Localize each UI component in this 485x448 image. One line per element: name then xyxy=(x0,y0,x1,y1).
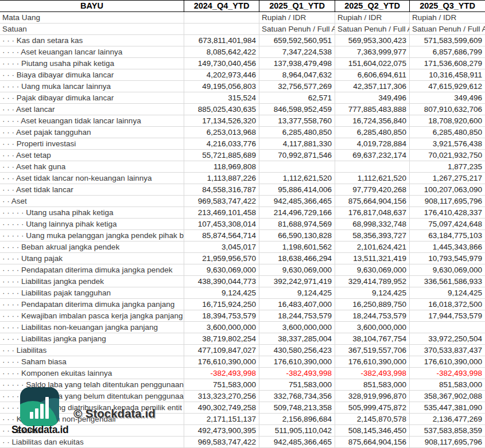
value-cell[interactable]: 969,583,747,422 xyxy=(184,196,259,207)
value-cell[interactable]: 6,285,480,850 xyxy=(409,127,485,138)
row-label-cell[interactable]: · · · · Pendapatan diterima dimuka jangk… xyxy=(0,264,184,275)
value-cell[interactable]: 4,216,033,776 xyxy=(184,138,259,149)
value-cell[interactable]: 846,598,952,459 xyxy=(259,104,335,115)
value-cell[interactable]: 38,719,802,254 xyxy=(184,333,259,344)
value-cell[interactable]: 6,857,686,799 xyxy=(409,46,485,57)
meta-value-cell[interactable]: Satuan Penuh / Full A xyxy=(259,24,335,34)
value-cell[interactable]: 3,600,000,000 xyxy=(335,322,409,333)
row-label-cell[interactable]: · · Liabilitas dan ekuitas xyxy=(0,437,184,447)
value-cell[interactable]: 1,877,235 xyxy=(409,161,485,172)
row-label-cell[interactable]: · · · Pajak dibayar dimuka lancar xyxy=(0,92,184,103)
value-cell[interactable]: 908,117,695,796 xyxy=(409,437,485,447)
meta-value-cell[interactable]: Rupiah / IDR xyxy=(259,12,335,23)
value-cell[interactable]: 1,112,621,520 xyxy=(335,173,409,184)
value-cell[interactable]: 438,390,044,773 xyxy=(184,276,259,287)
row-label-cell[interactable]: · · · · Liabilitas jangka pendek xyxy=(0,276,184,287)
value-cell[interactable]: 66,590,130,828 xyxy=(259,230,335,241)
value-cell[interactable]: 942,485,366,465 xyxy=(259,437,335,447)
value-cell[interactable]: 1,445,343,866 xyxy=(409,241,485,252)
value-cell[interactable]: 9,124,425 xyxy=(259,287,335,298)
value-cell[interactable]: -382,493,998 xyxy=(335,368,409,379)
value-cell[interactable]: 213,469,101,458 xyxy=(184,207,259,218)
value-cell[interactable]: 9,630,069,000 xyxy=(409,264,485,275)
value-cell[interactable]: 777,885,483,888 xyxy=(335,104,409,115)
value-cell[interactable] xyxy=(335,161,409,172)
value-cell[interactable]: 751,583,000 xyxy=(184,379,259,390)
value-cell[interactable] xyxy=(259,161,335,172)
value-cell[interactable]: 18,244,753,579 xyxy=(259,310,335,321)
meta-value-cell[interactable]: Rupiah / IDR xyxy=(409,12,485,23)
value-cell[interactable]: 571,583,599,609 xyxy=(409,35,485,46)
value-cell[interactable]: 6,285,480,850 xyxy=(259,127,335,138)
value-cell[interactable]: 370,533,837,437 xyxy=(409,345,485,356)
value-cell[interactable]: 63,184,775,103 xyxy=(409,230,485,241)
value-cell[interactable]: 9,630,069,000 xyxy=(184,264,259,275)
value-cell[interactable]: 6,285,480,850 xyxy=(335,127,409,138)
value-cell[interactable]: 49,195,056,803 xyxy=(184,81,259,92)
column-header-2025-q3[interactable]: 2025_Q3_YTD xyxy=(409,1,485,11)
value-cell[interactable]: 875,664,904,156 xyxy=(335,196,409,207)
value-cell[interactable]: 18,708,920,600 xyxy=(409,115,485,126)
row-label-cell[interactable]: · · · · Kewajiban imbalan pasca kerja ja… xyxy=(0,310,184,321)
value-cell[interactable]: 4,117,881,330 xyxy=(259,138,335,149)
value-cell[interactable]: 315,524 xyxy=(184,92,259,103)
value-cell[interactable]: 137,938,479,498 xyxy=(259,58,335,69)
value-cell[interactable]: 313,323,270,256 xyxy=(184,391,259,402)
value-cell[interactable]: 32,756,577,269 xyxy=(259,81,335,92)
row-label-cell[interactable]: · · · · · Utang lainnya pihak ketiga xyxy=(0,219,184,229)
value-cell[interactable]: 3,921,576,438 xyxy=(409,138,485,149)
value-cell[interactable]: 1,113,887,226 xyxy=(184,173,259,184)
company-header-cell[interactable]: BAYU xyxy=(0,1,184,11)
value-cell[interactable]: 70,992,871,546 xyxy=(259,150,335,161)
value-cell[interactable]: 16,250,889,750 xyxy=(335,299,409,310)
value-cell[interactable]: 942,485,366,465 xyxy=(259,196,335,207)
value-cell[interactable]: 62,571 xyxy=(259,92,335,103)
value-cell[interactable]: 9,124,425 xyxy=(184,287,259,298)
value-cell[interactable]: 505,999,475,872 xyxy=(335,402,409,413)
value-cell[interactable]: 13,511,321,419 xyxy=(335,253,409,264)
meta-value-cell[interactable] xyxy=(184,24,259,34)
value-cell[interactable]: 8,085,642,422 xyxy=(184,46,259,57)
value-cell[interactable]: 38,104,767,754 xyxy=(335,333,409,344)
value-cell[interactable]: 81,688,974,569 xyxy=(259,219,335,229)
row-label-cell[interactable]: · · · · Beban akrual jangka pendek xyxy=(0,241,184,252)
value-cell[interactable]: 349,496 xyxy=(335,92,409,103)
value-cell[interactable]: 477,109,847,027 xyxy=(184,345,259,356)
value-cell[interactable]: 751,583,000 xyxy=(259,379,335,390)
row-label-cell[interactable]: · · · · Liabilitas non-keuangan jangka p… xyxy=(0,322,184,333)
value-cell[interactable]: 176,610,390,000 xyxy=(184,356,259,367)
value-cell[interactable]: 1,198,601,562 xyxy=(259,241,335,252)
value-cell[interactable]: 118,969,808 xyxy=(184,161,259,172)
row-label-cell[interactable]: · · · · Aset keuangan tidak lancar lainn… xyxy=(0,115,184,126)
value-cell[interactable]: 18,638,466,294 xyxy=(259,253,335,264)
value-cell[interactable]: 851,583,000 xyxy=(335,379,409,390)
value-cell[interactable]: 392,242,971,419 xyxy=(259,276,335,287)
value-cell[interactable]: 176,817,048,637 xyxy=(335,207,409,218)
value-cell[interactable]: 1,112,621,520 xyxy=(259,173,335,184)
value-cell[interactable]: 2,101,624,421 xyxy=(335,241,409,252)
row-label-cell[interactable]: · · · · Utang pajak xyxy=(0,253,184,264)
value-cell[interactable]: 16,483,407,000 xyxy=(259,299,335,310)
value-cell[interactable]: 367,519,557,706 xyxy=(335,345,409,356)
value-cell[interactable]: 70,021,932,750 xyxy=(409,150,485,161)
value-cell[interactable]: 69,637,232,174 xyxy=(335,150,409,161)
value-cell[interactable]: 95,886,414,006 xyxy=(259,184,335,195)
value-cell[interactable]: 4,019,728,884 xyxy=(335,138,409,149)
value-cell[interactable]: 42,357,117,306 xyxy=(335,81,409,92)
value-cell[interactable]: 509,748,213,358 xyxy=(259,402,335,413)
value-cell[interactable]: 2,171,151,137 xyxy=(184,414,259,424)
value-cell[interactable]: 875,664,904,156 xyxy=(335,437,409,447)
value-cell[interactable]: 3,600,000,000 xyxy=(184,322,259,333)
row-label-cell[interactable]: · · · Biaya dibayar dimuka lancar xyxy=(0,69,184,80)
value-cell[interactable]: 9,630,069,000 xyxy=(335,264,409,275)
value-cell[interactable]: 176,410,428,337 xyxy=(409,207,485,218)
value-cell[interactable]: -382,493,998 xyxy=(259,368,335,379)
value-cell[interactable]: -382,493,998 xyxy=(184,368,259,379)
value-cell[interactable]: 33,972,250,504 xyxy=(409,333,485,344)
value-cell[interactable]: 2,156,896,684 xyxy=(259,414,335,424)
row-label-cell[interactable]: Mata Uang xyxy=(0,12,184,23)
value-cell[interactable]: 100,207,063,090 xyxy=(409,184,485,195)
meta-value-cell[interactable]: Satuan Penuh / Full A xyxy=(335,24,409,34)
value-cell[interactable]: 10,316,458,911 xyxy=(409,69,485,80)
value-cell[interactable]: 7,363,999,977 xyxy=(335,46,409,57)
